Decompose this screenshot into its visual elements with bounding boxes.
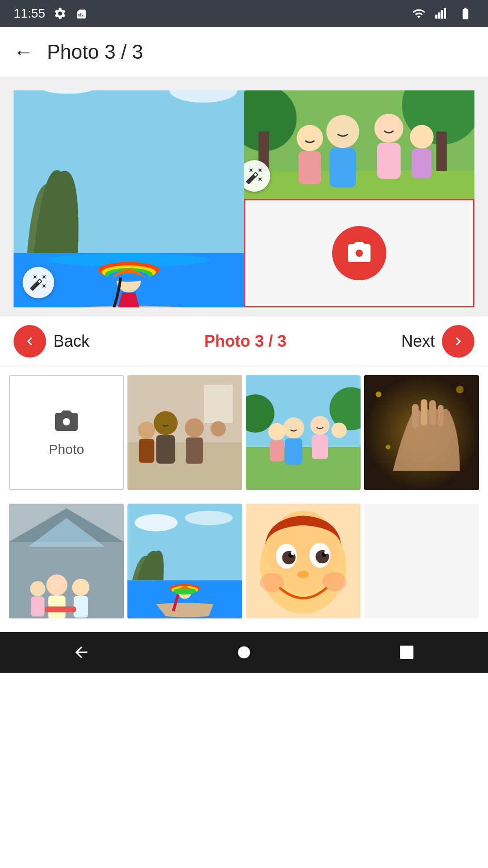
svg-point-43 bbox=[283, 417, 305, 439]
svg-point-84 bbox=[291, 552, 294, 555]
camera-outline-icon bbox=[53, 408, 80, 435]
svg-rect-20 bbox=[436, 132, 446, 171]
battery-icon bbox=[456, 7, 474, 20]
wand-icon-2 bbox=[245, 167, 263, 185]
svg-point-47 bbox=[268, 423, 286, 440]
thumb-6-image bbox=[246, 504, 361, 618]
nav-counter: Photo 3 / 3 bbox=[204, 332, 286, 351]
svg-rect-53 bbox=[421, 399, 427, 425]
svg-rect-0 bbox=[435, 15, 437, 19]
svg-rect-90 bbox=[400, 646, 413, 659]
add-photo-button[interactable] bbox=[332, 226, 386, 280]
svg-point-57 bbox=[456, 386, 464, 393]
svg-rect-63 bbox=[74, 596, 88, 618]
thumbnail-grid-row1: Photo bbox=[0, 366, 488, 504]
next-nav-label[interactable]: Next bbox=[401, 332, 435, 351]
svg-rect-33 bbox=[156, 435, 175, 463]
svg-rect-66 bbox=[45, 607, 76, 613]
thumbnail-item-4[interactable] bbox=[9, 504, 124, 618]
nav-recents-icon bbox=[398, 643, 416, 661]
svg-rect-65 bbox=[31, 596, 45, 616]
navigation-row: Back Photo 3 / 3 Next bbox=[0, 316, 488, 366]
photo-slot-1[interactable] bbox=[14, 90, 244, 307]
thumb-5-image bbox=[127, 504, 242, 618]
svg-rect-55 bbox=[438, 405, 444, 427]
add-photo-thumb[interactable]: Photo bbox=[9, 375, 124, 490]
svg-point-21 bbox=[326, 115, 359, 148]
nav-back-icon bbox=[72, 643, 90, 661]
svg-point-64 bbox=[30, 581, 46, 596]
svg-point-87 bbox=[260, 573, 284, 592]
svg-point-32 bbox=[154, 411, 178, 435]
status-bar: 11:55 bbox=[0, 0, 488, 27]
svg-point-69 bbox=[185, 511, 233, 525]
thumbnail-item-6[interactable] bbox=[246, 504, 361, 618]
svg-rect-37 bbox=[139, 439, 154, 463]
svg-point-49 bbox=[331, 423, 347, 438]
next-nav-group: Next bbox=[401, 325, 474, 358]
svg-point-68 bbox=[135, 514, 178, 531]
app-bar: ← Photo 3 / 3 bbox=[0, 27, 488, 77]
svg-rect-3 bbox=[444, 8, 446, 19]
thumbnail-item-2[interactable] bbox=[246, 375, 361, 490]
wand-icon-1 bbox=[29, 274, 47, 292]
thumb-4-image bbox=[9, 504, 124, 618]
thumbnail-item-1[interactable] bbox=[127, 375, 242, 490]
sim-icon bbox=[75, 7, 87, 20]
back-nav-label[interactable]: Back bbox=[53, 332, 89, 351]
svg-rect-48 bbox=[270, 440, 284, 462]
thumbnail-item-5[interactable] bbox=[127, 504, 242, 618]
svg-rect-44 bbox=[285, 439, 302, 465]
nav-home-icon bbox=[235, 643, 253, 661]
photo-slot-3-empty[interactable] bbox=[244, 199, 474, 307]
svg-rect-26 bbox=[299, 151, 321, 184]
family-scene bbox=[244, 90, 474, 199]
nav-back-button[interactable] bbox=[63, 634, 99, 670]
svg-point-62 bbox=[72, 579, 89, 596]
wifi-icon bbox=[411, 7, 427, 20]
next-nav-button[interactable] bbox=[442, 325, 474, 358]
svg-point-27 bbox=[410, 125, 433, 148]
svg-point-56 bbox=[375, 392, 381, 397]
svg-rect-54 bbox=[429, 400, 436, 425]
back-chevron-icon bbox=[22, 333, 38, 349]
thumb-3-image bbox=[364, 375, 479, 490]
svg-point-23 bbox=[375, 114, 404, 143]
back-nav-button[interactable] bbox=[14, 325, 46, 358]
photo-canvas-container bbox=[0, 77, 488, 316]
svg-rect-2 bbox=[441, 10, 443, 19]
svg-rect-35 bbox=[186, 438, 203, 464]
svg-point-88 bbox=[322, 572, 346, 591]
svg-rect-1 bbox=[438, 13, 441, 19]
nav-home-button[interactable] bbox=[226, 634, 262, 670]
svg-rect-52 bbox=[412, 404, 419, 428]
bottom-navigation bbox=[0, 632, 488, 673]
thumbnail-grid-row2 bbox=[0, 504, 488, 632]
nav-recents-button[interactable] bbox=[389, 634, 425, 670]
svg-point-38 bbox=[211, 421, 226, 437]
svg-point-85 bbox=[324, 551, 328, 554]
magic-wand-slot1[interactable] bbox=[23, 267, 54, 298]
svg-rect-16 bbox=[244, 171, 474, 199]
svg-point-34 bbox=[185, 418, 204, 437]
thumbnail-item-3[interactable] bbox=[364, 375, 479, 490]
svg-point-36 bbox=[138, 422, 155, 439]
signal-icon bbox=[435, 7, 448, 20]
back-arrow-button[interactable]: ← bbox=[14, 41, 33, 63]
family-photo bbox=[244, 90, 474, 199]
thumbnail-item-empty bbox=[364, 504, 479, 618]
thumb-1-image bbox=[127, 375, 242, 490]
photo-slot-2[interactable] bbox=[244, 90, 474, 199]
camera-icon bbox=[346, 240, 373, 267]
photo-canvas bbox=[14, 90, 474, 307]
svg-point-45 bbox=[310, 416, 329, 435]
svg-rect-28 bbox=[412, 149, 432, 179]
svg-point-74 bbox=[174, 588, 197, 594]
status-time: 11:55 bbox=[14, 6, 45, 21]
svg-rect-22 bbox=[329, 148, 356, 187]
status-bar-left: 11:55 bbox=[14, 6, 87, 21]
app-bar-title: Photo 3 / 3 bbox=[47, 41, 143, 63]
svg-rect-40 bbox=[246, 447, 361, 490]
svg-rect-24 bbox=[377, 143, 400, 179]
svg-point-58 bbox=[386, 444, 391, 449]
